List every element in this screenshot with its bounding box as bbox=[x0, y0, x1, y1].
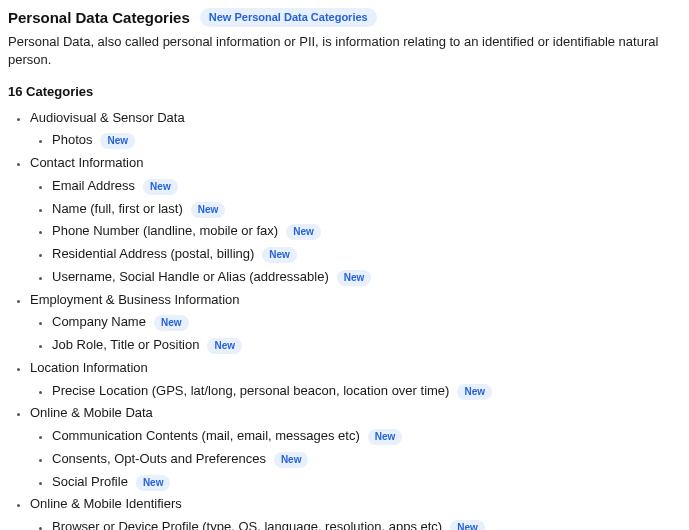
category-item: Online & Mobile DataCommunication Conten… bbox=[30, 402, 681, 493]
subcategory-item: Name (full, first or last)New bbox=[52, 198, 681, 221]
new-badge: New bbox=[100, 133, 135, 149]
page-description: Personal Data, also called personal info… bbox=[8, 33, 681, 69]
subcategory-item: Job Role, Title or PositionNew bbox=[52, 334, 681, 357]
subcategory-item: Company NameNew bbox=[52, 311, 681, 334]
new-badge: New bbox=[136, 475, 171, 491]
subcategory-item: Precise Location (GPS, lat/long, persona… bbox=[52, 380, 681, 403]
new-badge: New bbox=[143, 179, 178, 195]
category-item: Online & Mobile IdentifiersBrowser or De… bbox=[30, 493, 681, 530]
category-label: Online & Mobile Data bbox=[30, 405, 153, 420]
subcategory-item: Phone Number (landline, mobile or fax)Ne… bbox=[52, 220, 681, 243]
page-title: Personal Data Categories bbox=[8, 9, 190, 26]
subcategory-item: Residential Address (postal, billing)New bbox=[52, 243, 681, 266]
category-item: Location InformationPrecise Location (GP… bbox=[30, 357, 681, 403]
subcategory-item: PhotosNew bbox=[52, 129, 681, 152]
new-badge: New bbox=[450, 520, 485, 530]
new-badge: New bbox=[154, 315, 189, 331]
category-item: Employment & Business InformationCompany… bbox=[30, 289, 681, 357]
subcategory-label: Company Name bbox=[52, 314, 146, 329]
subcategory-item: Browser or Device Profile (type, OS, lan… bbox=[52, 516, 681, 530]
new-badge: New bbox=[274, 452, 309, 468]
category-item: Contact InformationEmail AddressNewName … bbox=[30, 152, 681, 289]
new-badge: New bbox=[337, 270, 372, 286]
new-badge: New bbox=[286, 224, 321, 240]
category-label: Online & Mobile Identifiers bbox=[30, 496, 182, 511]
category-label: Audiovisual & Sensor Data bbox=[30, 110, 185, 125]
subcategory-label: Email Address bbox=[52, 178, 135, 193]
category-item: Audiovisual & Sensor DataPhotosNew bbox=[30, 107, 681, 153]
subcategory-item: Username, Social Handle or Alias (addres… bbox=[52, 266, 681, 289]
subcategory-item: Communication Contents (mail, email, mes… bbox=[52, 425, 681, 448]
subcategory-label: Browser or Device Profile (type, OS, lan… bbox=[52, 519, 442, 530]
subcategory-item: Social ProfileNew bbox=[52, 471, 681, 494]
subcategory-label: Social Profile bbox=[52, 474, 128, 489]
categories-tree: Audiovisual & Sensor DataPhotosNewContac… bbox=[8, 107, 681, 530]
subcategory-label: Name (full, first or last) bbox=[52, 201, 183, 216]
subcategory-item: Email AddressNew bbox=[52, 175, 681, 198]
new-badge: New bbox=[191, 202, 226, 218]
subcategory-label: Photos bbox=[52, 132, 92, 147]
category-label: Contact Information bbox=[30, 155, 143, 170]
subcategory-label: Consents, Opt-Outs and Preferences bbox=[52, 451, 266, 466]
subcategory-label: Residential Address (postal, billing) bbox=[52, 246, 254, 261]
new-badge: New bbox=[457, 384, 492, 400]
subcategory-label: Precise Location (GPS, lat/long, persona… bbox=[52, 383, 449, 398]
subcategory-label: Username, Social Handle or Alias (addres… bbox=[52, 269, 329, 284]
subcategory-item: Consents, Opt-Outs and PreferencesNew bbox=[52, 448, 681, 471]
subcategory-label: Phone Number (landline, mobile or fax) bbox=[52, 223, 278, 238]
category-label: Employment & Business Information bbox=[30, 292, 240, 307]
subcategory-label: Job Role, Title or Position bbox=[52, 337, 199, 352]
category-label: Location Information bbox=[30, 360, 148, 375]
new-badge: New bbox=[262, 247, 297, 263]
new-badge: New bbox=[368, 429, 403, 445]
categories-count-heading: 16 Categories bbox=[8, 84, 681, 99]
new-category-button[interactable]: New Personal Data Categories bbox=[200, 8, 377, 27]
subcategory-label: Communication Contents (mail, email, mes… bbox=[52, 428, 360, 443]
new-badge: New bbox=[207, 338, 242, 354]
